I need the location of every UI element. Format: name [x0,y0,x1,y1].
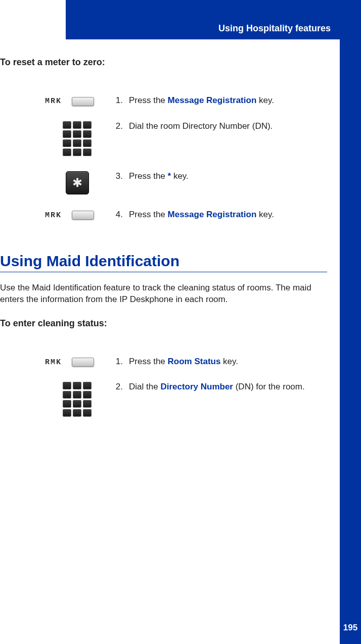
step-text: Press the Room Status key. [129,349,357,375]
step-number: 1. [109,349,129,375]
section-heading: Using Maid Identification [0,253,327,272]
softkey-button-icon [72,211,94,220]
step-number: 2. [109,114,129,164]
step-row: MRK 4. Press the Message Registration ke… [30,202,357,228]
step-row: 2. Dial the Directory Number (DN) for th… [30,374,357,424]
steps-table-2: RMK 1. Press the Room Status key. 2. Dia… [30,349,357,425]
chapter-title: Using Hospitality features [218,23,331,34]
step-text: Press the * key. [129,164,357,202]
message-registration-key: Message Registration [168,95,257,105]
step-row: MRK 1. Press the Message Registration ke… [30,88,357,114]
step-number: 1. [109,88,129,114]
procedure-title-1: To reset a meter to zero: [0,57,327,68]
step-text: Dial the Directory Number (DN) for the r… [129,374,357,424]
softkey-mrk: MRK [45,97,94,106]
softkey-label: RMK [45,358,62,367]
softkey-mrk: MRK [45,211,94,220]
keypad-icon [63,121,92,156]
softkey-rmk: RMK [45,358,94,367]
step-number: 4. [109,202,129,228]
directory-number: Directory Number [160,382,233,391]
star-key-icon: ✱ [66,171,89,194]
step-number: 3. [109,164,129,202]
keypad-icon [63,382,92,417]
softkey-label: MRK [45,211,62,220]
step-text: Press the Message Registration key. [129,202,357,228]
softkey-button-icon [72,97,94,106]
step-number: 2. [109,374,129,424]
procedure-title-2: To enter cleaning status: [0,318,327,329]
step-row: 2. Dial the room Directory Number (DN). [30,114,357,164]
page-number: 195 [340,623,361,633]
room-status-key: Room Status [168,357,221,366]
message-registration-key: Message Registration [168,210,257,219]
step-text: Dial the room Directory Number (DN). [129,114,357,164]
step-row: RMK 1. Press the Room Status key. [30,349,357,375]
softkey-label: MRK [45,97,62,106]
step-text: Press the Message Registration key. [129,88,357,114]
steps-table-1: MRK 1. Press the Message Registration ke… [30,88,357,227]
step-row: ✱ 3. Press the * key. [30,164,357,202]
section-paragraph: Use the Maid Identification feature to t… [0,282,327,306]
softkey-button-icon [72,358,94,367]
page-content: To reset a meter to zero: MRK 1. Press t… [0,57,340,424]
